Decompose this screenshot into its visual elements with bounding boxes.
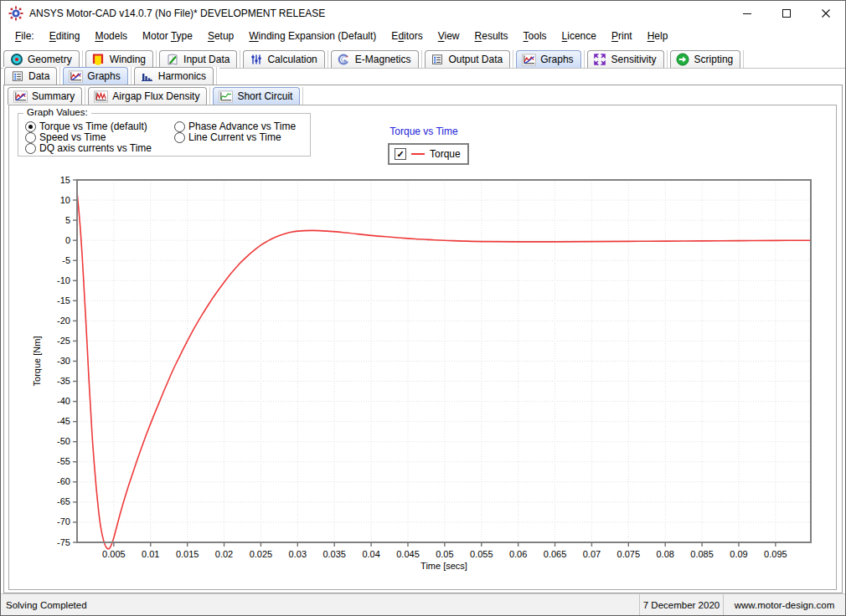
svg-text:0.065: 0.065 xyxy=(544,549,567,559)
menu-models[interactable]: Models xyxy=(87,28,135,44)
svg-text:0.035: 0.035 xyxy=(322,549,346,559)
legend-line-sample xyxy=(411,153,425,155)
svg-text:-45: -45 xyxy=(57,416,70,426)
menu-winding-expansion-default[interactable]: Winding Expansion (Default) xyxy=(241,28,384,44)
radio-torque-vs-time-default[interactable]: Torque vs Time (default) xyxy=(25,121,147,132)
tab-label: Winding xyxy=(110,54,146,65)
svg-text:15: 15 xyxy=(60,175,70,185)
graphtab-label: Summary xyxy=(32,90,75,102)
svg-text:0.075: 0.075 xyxy=(617,549,641,559)
status-bar: Solving Completed 7 December 2020 www.mo… xyxy=(1,593,845,615)
tab-separator xyxy=(209,87,210,105)
svg-text:-50: -50 xyxy=(57,436,70,446)
radio-dq-axis-currents-vs-time[interactable]: DQ axis currents vs Time xyxy=(25,142,152,154)
svg-text:0: 0 xyxy=(65,235,70,245)
graphtab-airgap-flux-density[interactable]: Airgap Flux Density xyxy=(88,87,207,105)
torque-vs-time-plot: 151050-5-10-15-20-25-30-35-40-45-50-55-6… xyxy=(30,174,826,584)
airgap-chart-icon xyxy=(94,90,108,103)
tab-separator xyxy=(156,50,157,68)
svg-text:0.06: 0.06 xyxy=(509,549,527,559)
graphs-page-panel: SummaryAirgap Flux DensityShort Circuit … xyxy=(3,85,843,593)
menu-print[interactable]: Print xyxy=(604,28,640,44)
radio-button[interactable] xyxy=(174,132,185,143)
radio-label: Phase Advance vs Time xyxy=(188,121,296,132)
subtab-label: Data xyxy=(28,70,49,82)
menu-view[interactable]: View xyxy=(431,28,467,44)
graphtab-summary[interactable]: Summary xyxy=(8,87,82,105)
svg-text:0.055: 0.055 xyxy=(470,549,493,559)
tab-geometry[interactable]: Geometry xyxy=(3,50,80,68)
chart-title: Torque vs Time xyxy=(328,126,520,137)
svg-text:0.04: 0.04 xyxy=(362,549,379,559)
tab-graphs[interactable]: Graphs xyxy=(516,50,580,68)
tab-sensitivity[interactable]: Sensitivity xyxy=(587,50,664,68)
tab-label: Scripting xyxy=(694,54,734,65)
tab-separator xyxy=(59,67,60,85)
menu-file[interactable]: File: xyxy=(8,28,42,44)
tab-separator xyxy=(667,50,668,68)
radio-phase-advance-vs-time[interactable]: Phase Advance vs Time xyxy=(174,121,296,132)
tab-label: Sensitivity xyxy=(611,54,657,65)
menu-editors[interactable]: Editors xyxy=(384,28,430,44)
tab-scripting[interactable]: Scripting xyxy=(670,50,741,68)
graphtab-label: Short Circuit xyxy=(237,90,292,102)
input-data-icon xyxy=(165,53,179,66)
tab-separator xyxy=(216,67,217,85)
maximize-button[interactable] xyxy=(766,1,806,26)
menu-help[interactable]: Help xyxy=(640,28,676,44)
tab-separator xyxy=(584,50,585,68)
radio-button[interactable] xyxy=(174,121,185,132)
menu-setup[interactable]: Setup xyxy=(200,28,241,44)
sensitivity-icon xyxy=(593,53,607,66)
geometry-icon xyxy=(9,53,23,66)
tab-input-data[interactable]: Input Data xyxy=(159,50,237,68)
tab-label: Output Data xyxy=(449,54,503,65)
tab-separator xyxy=(82,50,83,68)
svg-text:0.095: 0.095 xyxy=(764,549,787,559)
svg-text:0.08: 0.08 xyxy=(656,549,673,559)
svg-text:-30: -30 xyxy=(57,356,70,366)
data-icon xyxy=(10,69,24,83)
x-axis-title: Time [secs] xyxy=(420,561,467,571)
tab-separator xyxy=(302,87,303,105)
tab-calculation[interactable]: Calculation xyxy=(243,50,324,68)
tab-output-data[interactable]: Output Data xyxy=(425,50,511,68)
svg-text:0.05: 0.05 xyxy=(436,549,453,559)
menu-tools[interactable]: Tools xyxy=(516,28,555,44)
svg-text:-5: -5 xyxy=(62,255,70,265)
radio-button[interactable] xyxy=(25,132,36,143)
radio-speed-vs-time[interactable]: Speed vs Time xyxy=(25,131,106,143)
radio-button[interactable] xyxy=(25,143,36,154)
title-bar: ANSYS Motor-CAD v14.0.7 (No File)* DEVEL… xyxy=(1,1,845,26)
subtab-data[interactable]: Data xyxy=(4,67,57,85)
status-message: Solving Completed xyxy=(1,600,639,610)
subtab-label: Harmonics xyxy=(158,70,206,82)
tab-label: E-Magnetics xyxy=(355,54,411,65)
tab-separator xyxy=(743,50,744,68)
svg-text:-55: -55 xyxy=(57,456,70,466)
tab-winding[interactable]: Winding xyxy=(85,50,153,68)
tab-separator xyxy=(328,50,328,68)
menu-results[interactable]: Results xyxy=(467,28,516,44)
graphs-icon xyxy=(522,53,536,66)
graphtab-short-circuit[interactable]: Short Circuit xyxy=(213,87,300,105)
summary-chart-icon xyxy=(13,90,28,103)
tab-separator xyxy=(421,50,422,68)
legend-label: Torque xyxy=(430,148,461,160)
tab-e-magnetics[interactable]: E-Magnetics xyxy=(331,50,419,68)
legend-checkbox[interactable]: ✓ xyxy=(395,148,406,160)
subtab-graphs[interactable]: Graphs xyxy=(63,67,127,85)
status-website-link[interactable]: www.motor-design.com xyxy=(723,594,845,615)
tab-label: Input Data xyxy=(183,54,230,65)
menu-motor-type[interactable]: Motor Type xyxy=(135,28,200,44)
radio-line-current-vs-time[interactable]: Line Current vs Time xyxy=(174,131,281,143)
menu-editing[interactable]: Editing xyxy=(42,28,88,44)
subtab-harmonics[interactable]: Harmonics xyxy=(134,67,214,85)
close-button[interactable] xyxy=(806,1,845,26)
minimize-button[interactable] xyxy=(727,1,766,26)
menu-licence[interactable]: Licence xyxy=(555,28,604,44)
menu-bar: File:EditingModelsMotor TypeSetupWinding… xyxy=(1,26,845,45)
radio-button[interactable] xyxy=(25,121,36,132)
svg-text:0.03: 0.03 xyxy=(289,549,307,559)
window-title: ANSYS Motor-CAD v14.0.7 (No File)* DEVEL… xyxy=(29,8,325,19)
